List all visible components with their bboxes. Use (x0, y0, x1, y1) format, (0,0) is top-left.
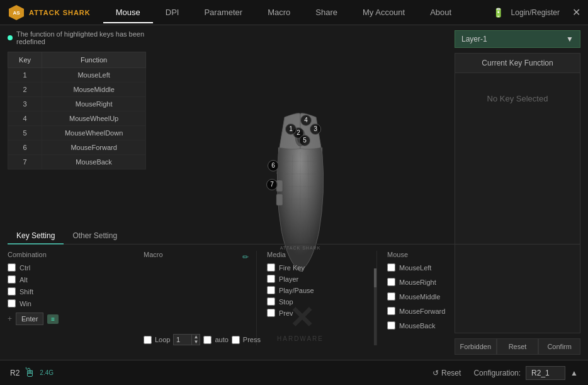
list-item[interactable]: MouseRight (387, 278, 580, 286)
mouse-keys-title: Mouse (387, 251, 580, 258)
press-checkbox[interactable] (232, 336, 240, 344)
mouse-key-label: MouseMiddle (399, 293, 440, 301)
bottom-tabs: Key Setting Other Setting (8, 227, 580, 244)
combination-title: Combination (8, 251, 133, 258)
media-checkbox[interactable] (267, 263, 275, 272)
list-item[interactable]: MouseBack (387, 321, 580, 330)
table-row[interactable]: 5MouseWheelDown (8, 126, 146, 141)
mouse-key-checkbox[interactable] (387, 263, 395, 272)
mouse-key-checkbox[interactable] (387, 292, 395, 301)
list-item[interactable]: MouseMiddle (387, 292, 580, 301)
tab-mouse[interactable]: Mouse (103, 1, 153, 23)
logo: AS ATTACK SHARK (8, 4, 91, 21)
config-label: Configuration: (473, 369, 521, 377)
logo-icon: AS (8, 4, 25, 21)
media-item-label: Player (279, 275, 298, 283)
media-title: Media (267, 251, 371, 258)
list-item[interactable]: Fire Key (267, 263, 371, 272)
mouse-keys-section: Mouse MouseLeftMouseRightMouseMiddleMous… (387, 251, 580, 345)
tab-other-setting[interactable]: Other Setting (64, 227, 126, 244)
table-row[interactable]: 4MouseWheelUp (8, 112, 146, 126)
media-section: Media Fire KeyPlayerPlay/PauseStopPrev (267, 251, 377, 345)
key-badge: ≡ (47, 314, 59, 324)
alt-row: Alt (8, 275, 133, 284)
media-checkbox[interactable] (267, 275, 275, 283)
ctrl-checkbox[interactable] (8, 263, 16, 272)
media-item-label: Prev (279, 309, 293, 317)
tab-share[interactable]: Share (303, 1, 350, 23)
media-checkbox[interactable] (267, 309, 275, 317)
list-item[interactable]: Player (267, 275, 371, 283)
auto-label: auto (215, 336, 228, 343)
list-item[interactable]: Stop (267, 297, 371, 306)
svg-rect-5 (276, 194, 283, 205)
key-label-1: 1 (285, 124, 297, 135)
list-item[interactable]: Play/Pause (267, 286, 371, 294)
reset-btn-status[interactable]: ↺ Reset (433, 369, 461, 377)
nav-tabs: Mouse DPI Parameter Macro Share My Accou… (103, 1, 493, 23)
tab-macro[interactable]: Macro (255, 1, 303, 23)
mouse-key-label: MouseForward (399, 307, 445, 315)
table-row[interactable]: 2MouseMiddle (8, 83, 146, 97)
loop-label: Loop (155, 336, 170, 343)
table-row[interactable]: 3MouseRight (8, 97, 146, 112)
table-row[interactable]: 1MouseLeft (8, 68, 146, 83)
login-link[interactable]: Login/Register (511, 8, 560, 17)
shift-checkbox[interactable] (8, 287, 16, 296)
list-item[interactable]: MouseForward (387, 307, 580, 315)
notice-dot (8, 35, 13, 40)
battery-icon: 🔋 (493, 8, 504, 18)
tab-about[interactable]: About (417, 1, 464, 23)
config-select[interactable]: R2_1 (526, 366, 565, 380)
key-label-7: 7 (266, 179, 278, 190)
list-item[interactable]: Prev (267, 309, 371, 317)
key-number-cell: 5 (8, 126, 42, 141)
mouse-key-checkbox[interactable] (387, 321, 395, 330)
tab-myaccount[interactable]: My Account (350, 1, 417, 23)
macro-header: Macro ✏ (144, 251, 249, 263)
mouse-key-label: MouseLeft (399, 264, 431, 272)
win-checkbox[interactable] (8, 299, 16, 307)
table-row[interactable]: 6MouseForward (8, 141, 146, 155)
mouse-key-checkbox[interactable] (387, 307, 395, 315)
mouse-key-label: MouseBack (399, 322, 435, 330)
plus-sign: + (8, 314, 12, 323)
media-checkbox[interactable] (267, 286, 275, 294)
layer-select[interactable]: Layer-1 ▼ (455, 30, 580, 48)
mouse-list: MouseLeftMouseRightMouseMiddleMouseForwa… (387, 263, 580, 333)
mouse-key-checkbox[interactable] (387, 278, 395, 286)
key-number-cell: 7 (8, 155, 42, 170)
tab-key-setting[interactable]: Key Setting (8, 227, 64, 244)
key-function-cell: MouseBack (42, 155, 146, 170)
tab-parameter[interactable]: Parameter (191, 1, 255, 23)
table-row[interactable]: 7MouseBack (8, 155, 146, 170)
press-label: Press (243, 336, 261, 343)
media-scrollbar[interactable] (374, 268, 376, 345)
key-number-cell: 2 (8, 83, 42, 97)
loop-number-input[interactable] (174, 336, 191, 343)
config-arrow: ▲ (570, 369, 578, 377)
list-item[interactable]: MouseLeft (387, 263, 580, 272)
loop-checkbox[interactable] (144, 336, 152, 344)
media-checkbox[interactable] (267, 297, 275, 306)
enter-key-button[interactable]: Enter (16, 313, 43, 325)
col-function: Function (42, 52, 146, 68)
macro-title: Macro (144, 251, 163, 258)
macro-loop-row: Loop ▲ ▼ auto Press (144, 334, 249, 345)
logo-text: ATTACK SHARK (29, 9, 91, 16)
loop-down-btn[interactable]: ▼ (192, 340, 200, 345)
auto-checkbox[interactable] (203, 336, 212, 344)
key-label-5: 5 (299, 135, 310, 146)
close-button[interactable]: ✕ (572, 6, 580, 18)
config-section: Configuration: R2_1 ▲ (473, 366, 578, 380)
tab-dpi[interactable]: DPI (153, 1, 192, 23)
macro-edit-icon[interactable]: ✏ (242, 253, 249, 261)
key-table: Key Function 1MouseLeft2MouseMiddle3Mous… (8, 52, 146, 170)
macro-content (144, 268, 249, 334)
layer-label: Layer-1 (461, 35, 487, 43)
media-scroll-thumb (374, 268, 376, 287)
ctrl-label: Ctrl (20, 264, 30, 272)
alt-checkbox[interactable] (8, 275, 16, 284)
alt-label: Alt (20, 276, 28, 284)
key-number-cell: 4 (8, 112, 42, 126)
